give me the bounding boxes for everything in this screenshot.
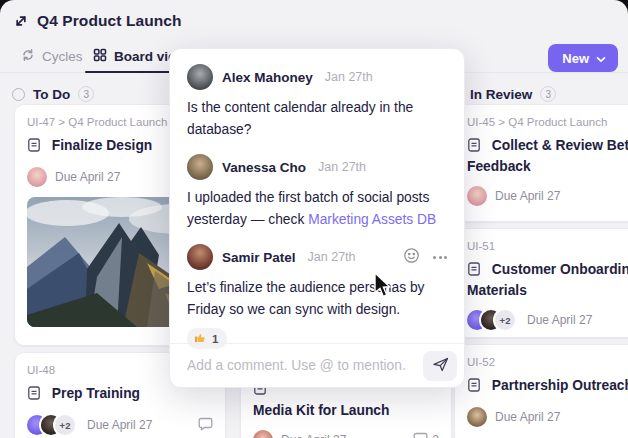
due-date: Due April 27 <box>281 433 346 438</box>
new-button-label: New <box>562 51 589 66</box>
emoji-smiley-icon[interactable] <box>403 247 420 268</box>
card-title-row: Partnership Outreach Em <box>467 376 628 397</box>
due-date: Due April 27 <box>527 313 592 327</box>
comment-composer <box>170 343 464 387</box>
comment-input[interactable] <box>187 358 423 373</box>
comment-count-value: 2 <box>432 433 439 438</box>
avatar-alex-mahoney <box>187 64 213 90</box>
due-date: Due April 27 <box>495 189 560 203</box>
column-title: To Do <box>33 87 70 102</box>
chevron-down-icon <box>596 51 606 66</box>
due-row: +2 Due April 27 <box>467 310 628 330</box>
page-title: Q4 Product Launch <box>37 12 182 30</box>
card-title: Prep Training <box>52 386 140 401</box>
avatar-vanessa-cho <box>187 154 213 180</box>
column-in-review-header: In Review 3 <box>470 86 556 102</box>
comment-text: Is the content calendar already in the d… <box>187 97 447 141</box>
assignee-avatar <box>467 186 487 206</box>
due-row: Due April 27 <box>467 186 628 206</box>
send-paper-plane-icon <box>431 356 450 376</box>
card-id: UI-51 <box>467 240 628 252</box>
comments-popup: Alex Mahoney Jan 27th Is the content cal… <box>169 48 465 388</box>
comment-bubble-icon <box>413 432 428 438</box>
todo-status-icon <box>12 88 25 101</box>
breadcrumb-separator: > <box>498 116 505 128</box>
document-icon <box>27 140 45 155</box>
comment-author: Samir Patel <box>222 250 296 265</box>
card-title: Customer Onboarding Materials <box>467 262 628 298</box>
due-row: +2 Due April 27 <box>27 415 213 435</box>
comment-actions <box>403 247 447 268</box>
due-date: Due April 27 <box>55 170 120 184</box>
comment-author: Alex Mahoney <box>222 70 313 85</box>
avatar-samir-patel <box>187 244 213 270</box>
column-count-badge: 3 <box>78 86 94 102</box>
comment-header: Alex Mahoney Jan 27th <box>187 64 447 90</box>
card-title: Media Kit for Launch <box>253 401 439 420</box>
comment-text: Let’s finalize the audience personas by … <box>187 277 447 321</box>
document-icon <box>27 388 45 403</box>
card-collect-review-beta[interactable]: UI-45 > Q4 Product Launch Collect & Revi… <box>454 104 628 222</box>
send-button[interactable] <box>423 351 457 381</box>
column-in-review: In Review 3 UI-45 > Q4 Product Launch Co… <box>448 84 628 438</box>
comment-author: Vanessa Cho <box>222 160 306 175</box>
card-id: UI-52 <box>467 356 628 368</box>
assignee-avatar-stack: +2 <box>467 310 515 330</box>
due-row: Due April 27 <box>467 407 628 427</box>
card-title: Partnership Outreach Em <box>492 378 628 393</box>
column-count-badge: 3 <box>540 86 556 102</box>
breadcrumb-separator: > <box>58 116 65 128</box>
card-title: Finalize Design <box>52 138 152 153</box>
marketing-assets-db-link[interactable]: Marketing Assets DB <box>308 212 436 227</box>
tab-cycles[interactable]: Cycles <box>21 40 83 72</box>
assignee-avatar <box>253 430 273 438</box>
card-title-row: Customer Onboarding Materials <box>467 260 628 300</box>
assignee-avatar <box>467 407 487 427</box>
comment-date: Jan 27th <box>308 250 356 264</box>
comment-date: Jan 27th <box>318 160 366 174</box>
page-header: Q4 Product Launch <box>14 12 182 30</box>
card-title: Collect & Review Beta Feedback <box>467 138 628 174</box>
more-options-icon[interactable] <box>433 256 447 259</box>
document-icon <box>467 140 485 155</box>
cycle-arrows-icon <box>21 48 35 65</box>
due-row: Due April 27 2 <box>253 430 439 438</box>
new-button[interactable]: New <box>548 44 618 72</box>
expand-diagonal-icon[interactable] <box>14 14 28 28</box>
card-partnership-outreach[interactable]: UI-52 Partnership Outreach Em Due April … <box>454 344 628 438</box>
grid-icon <box>93 48 107 65</box>
card-title-row: Collect & Review Beta Feedback <box>467 136 628 176</box>
document-icon <box>467 380 485 395</box>
card-customer-onboarding[interactable]: UI-51 Customer Onboarding Materials +2 D… <box>454 228 628 338</box>
comment-header: Samir Patel Jan 27th <box>187 244 447 270</box>
assignee-avatar-stack: +2 <box>27 415 75 435</box>
app-window: Q4 Product Launch Cycles Board view New <box>0 0 628 438</box>
column-todo-header: To Do 3 <box>12 86 94 102</box>
due-date: Due April 27 <box>87 418 152 432</box>
tab-label: Cycles <box>42 49 83 64</box>
comment-header: Vanessa Cho Jan 27th <box>187 154 447 180</box>
due-date: Due April 27 <box>495 410 560 424</box>
breadcrumb[interactable]: UI-45 > Q4 Product Launch <box>467 116 628 128</box>
comment-count[interactable]: 2 <box>413 432 439 438</box>
extra-assignees-badge: +2 <box>495 310 515 330</box>
comment-bubble-icon[interactable] <box>198 417 213 434</box>
extra-assignees-badge: +2 <box>55 415 75 435</box>
document-icon <box>467 264 485 279</box>
comment-text: I uploaded the first batch of social pos… <box>187 187 447 231</box>
mouse-cursor <box>373 272 393 304</box>
comment-date: Jan 27th <box>325 70 373 84</box>
column-title: In Review <box>470 87 532 102</box>
assignee-avatar <box>27 167 47 187</box>
